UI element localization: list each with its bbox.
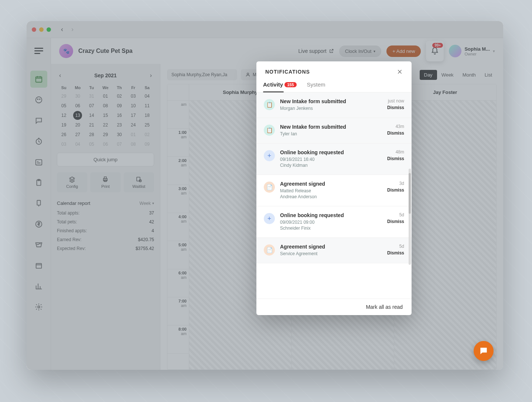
nav-back[interactable]: ‹ <box>58 26 66 33</box>
view-tab-month[interactable]: Month <box>458 70 480 80</box>
quick-jump-button[interactable]: Quick jump <box>57 153 154 166</box>
nav-package[interactable] <box>30 257 47 274</box>
staff-filter[interactable]: Sophia Murphy,Zoe Ryan,Ja <box>167 69 237 80</box>
calendar-day[interactable]: 20 <box>71 120 85 130</box>
calendar-day[interactable]: 01 <box>126 130 140 139</box>
calendar-day[interactable]: 27 <box>71 130 85 139</box>
calendar-day[interactable]: 03 <box>126 91 140 101</box>
calendar-day[interactable]: 30 <box>71 91 85 101</box>
nav-calendar[interactable] <box>30 71 47 88</box>
close-window[interactable] <box>32 27 36 32</box>
calendar-day[interactable]: 18 <box>140 111 154 120</box>
calendar-day[interactable]: 07 <box>112 139 126 149</box>
calendar-day[interactable]: 03 <box>57 139 71 149</box>
scrollbar[interactable] <box>409 169 411 265</box>
calendar-day[interactable]: 30 <box>112 130 126 139</box>
calendar-day[interactable]: 09 <box>140 139 154 149</box>
dismiss-button[interactable]: Dismiss <box>387 188 404 193</box>
nav-clock[interactable] <box>30 133 47 150</box>
calendar-day[interactable]: 23 <box>112 120 126 130</box>
nav-tag[interactable] <box>30 195 47 212</box>
notifications-button[interactable]: 99+ <box>426 41 444 61</box>
clock-in-out-button[interactable]: Clock In/Out ▾ <box>339 45 382 57</box>
calendar-day[interactable]: 26 <box>57 130 71 139</box>
nav-settings[interactable] <box>30 298 47 315</box>
notification-item[interactable]: 📄Agreement signedService Agreement5dDism… <box>256 238 412 263</box>
calendar-day[interactable]: 08 <box>99 101 113 111</box>
calendar-day[interactable]: 05 <box>57 101 71 111</box>
calendar-day[interactable]: 02 <box>140 130 154 139</box>
svg-point-2 <box>37 99 38 99</box>
dismiss-button[interactable]: Dismiss <box>387 105 404 110</box>
dismiss-button[interactable]: Dismiss <box>387 131 404 136</box>
print-button[interactable]: Print <box>90 172 120 192</box>
nav-money[interactable] <box>30 216 47 233</box>
calendar-day[interactable]: 07 <box>85 101 99 111</box>
calendar-day[interactable]: 14 <box>85 111 99 120</box>
hour-label: 5:00am <box>167 241 189 269</box>
nav-chat[interactable] <box>30 112 47 129</box>
tab-activity[interactable]: Activity 155 <box>263 81 297 92</box>
calendar-day[interactable]: 21 <box>85 120 99 130</box>
nav-reports[interactable] <box>30 278 47 295</box>
config-button[interactable]: Config <box>57 172 87 192</box>
calendar-day[interactable]: 04 <box>71 139 85 149</box>
dismiss-button[interactable]: Dismiss <box>387 219 404 224</box>
dismiss-button[interactable]: Dismiss <box>387 156 404 161</box>
calendar-day[interactable]: 06 <box>71 101 85 111</box>
notification-item[interactable]: +Online booking requested09/16/2021 16:4… <box>256 143 412 175</box>
prev-month[interactable]: ‹ <box>58 71 62 80</box>
view-tab-day[interactable]: Day <box>420 70 437 80</box>
calendar-day[interactable]: 13 <box>73 111 82 120</box>
notification-item[interactable]: 📋New Intake form submittedTyler Ian43mDi… <box>256 118 412 143</box>
calendar-day[interactable]: 11 <box>140 101 154 111</box>
support-fab[interactable] <box>474 341 494 361</box>
add-new-button[interactable]: + Add new <box>386 45 421 57</box>
mark-all-read[interactable]: Mark all as read <box>256 298 412 315</box>
notification-list[interactable]: 📋New Intake form submittedMorgan Jenkens… <box>256 92 412 298</box>
minimize-window[interactable] <box>39 27 44 32</box>
calendar-day[interactable]: 17 <box>126 111 140 120</box>
calendar-day[interactable]: 09 <box>112 101 126 111</box>
calendar-day[interactable]: 12 <box>57 111 71 120</box>
calendar-day[interactable]: 04 <box>140 91 154 101</box>
calendar-day[interactable]: 29 <box>57 91 71 101</box>
view-tab-week[interactable]: Week <box>437 70 458 80</box>
calendar-day[interactable]: 15 <box>99 111 113 120</box>
nav-laundry[interactable] <box>30 236 47 253</box>
svg-rect-10 <box>36 264 41 268</box>
calendar-day[interactable]: 19 <box>57 120 71 130</box>
notification-item[interactable]: 📋New Intake form submittedMorgan Jenkens… <box>256 92 412 118</box>
close-button[interactable] <box>397 69 403 75</box>
calendar-day[interactable]: 02 <box>112 91 126 101</box>
calendar-day[interactable]: 16 <box>112 111 126 120</box>
calendar-day[interactable]: 31 <box>85 91 99 101</box>
nav-pets[interactable] <box>30 91 47 108</box>
calendar-day[interactable]: 10 <box>126 101 140 111</box>
dismiss-button[interactable]: Dismiss <box>387 250 404 256</box>
calendar-day[interactable]: 24 <box>126 120 140 130</box>
menu-toggle[interactable] <box>34 48 43 54</box>
live-support-link[interactable]: Live support <box>298 48 334 54</box>
calendar-day[interactable]: 05 <box>85 139 99 149</box>
calendar-day[interactable]: 01 <box>99 91 113 101</box>
view-tab-list[interactable]: List <box>480 70 497 80</box>
user-menu[interactable]: Sophia M... Owner ▾ <box>449 45 495 57</box>
calendar-day[interactable]: 28 <box>85 130 99 139</box>
waitlist-button[interactable]: Waitlist <box>124 172 154 192</box>
report-period-select[interactable]: Week ▾ <box>140 201 154 206</box>
calendar-day[interactable]: 08 <box>126 139 140 149</box>
notification-item[interactable]: +Online booking requested09/09/2021 09:0… <box>256 206 412 238</box>
nav-forward[interactable]: › <box>69 26 76 33</box>
svg-point-11 <box>38 306 40 308</box>
next-month[interactable]: › <box>149 71 153 80</box>
notification-item[interactable]: 📄Agreement signedMatted ReleaseAndreae A… <box>256 175 412 206</box>
calendar-day[interactable]: 22 <box>99 120 113 130</box>
calendar-day[interactable]: 25 <box>140 120 154 130</box>
calendar-day[interactable]: 29 <box>99 130 113 139</box>
tab-system[interactable]: System <box>307 81 325 92</box>
nav-schedule[interactable] <box>30 153 47 170</box>
calendar-day[interactable]: 06 <box>99 139 113 149</box>
maximize-window[interactable] <box>47 27 51 32</box>
nav-clipboard[interactable] <box>30 174 47 191</box>
